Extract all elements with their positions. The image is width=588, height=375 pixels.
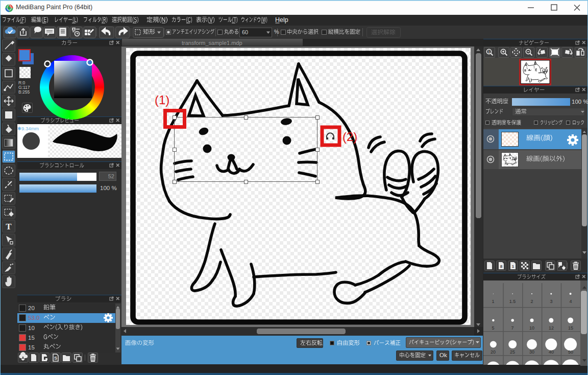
svg-text:1: 1 (512, 264, 514, 269)
svg-text:T: T (6, 222, 12, 231)
svg-text:S: S (54, 356, 57, 361)
svg-text:1: 1 (488, 50, 490, 54)
svg-text:8: 8 (500, 264, 503, 269)
